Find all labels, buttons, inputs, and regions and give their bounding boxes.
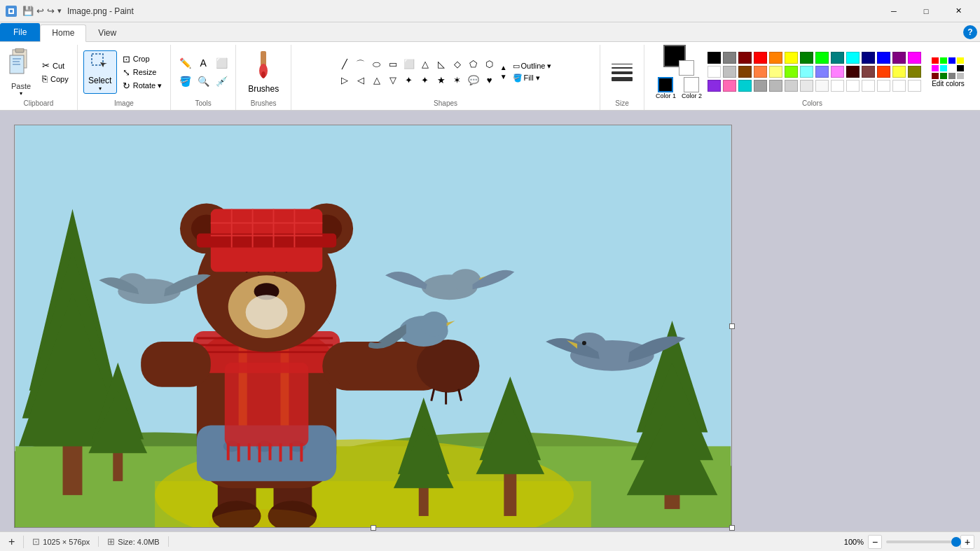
- text-tool[interactable]: A: [195, 55, 212, 71]
- cut-button[interactable]: ✂ Cut: [39, 60, 71, 71]
- color1-selector[interactable]: Color 1: [656, 77, 676, 99]
- shapes-scroll-down[interactable]: ▼: [500, 73, 507, 81]
- palette-color[interactable]: [815, 66, 829, 78]
- rotate-button[interactable]: ↻ Rotate ▾: [120, 80, 165, 92]
- right-triangle-shape[interactable]: ◺: [434, 57, 449, 72]
- redo-icon[interactable]: ↪: [47, 6, 55, 16]
- palette-color[interactable]: [846, 66, 860, 78]
- magnifier-tool[interactable]: 🔍: [195, 73, 212, 90]
- up-arrow-shape[interactable]: △: [369, 73, 385, 88]
- palette-color[interactable]: [862, 80, 875, 92]
- rect-shape[interactable]: ▭: [385, 57, 401, 72]
- palette-color[interactable]: [800, 52, 813, 64]
- size-line-1[interactable]: [612, 64, 633, 64]
- edit-colors-button[interactable]: Edit colors: [927, 56, 969, 89]
- oval-shape[interactable]: ⬭: [369, 57, 385, 72]
- rounded-rect-shape[interactable]: ⬜: [401, 57, 417, 72]
- pentagon-shape[interactable]: ⬠: [466, 57, 481, 72]
- color-picker-tool[interactable]: 💉: [213, 73, 230, 90]
- right-arrow-shape[interactable]: ▷: [337, 73, 352, 88]
- star6-shape[interactable]: ✶: [450, 73, 465, 88]
- select-button[interactable]: Select ▾: [83, 50, 117, 94]
- palette-color[interactable]: [769, 80, 782, 92]
- help-button[interactable]: ?: [963, 25, 977, 39]
- palette-color[interactable]: [785, 52, 798, 64]
- palette-color[interactable]: [877, 80, 890, 92]
- tab-file[interactable]: File: [0, 23, 40, 41]
- diamond-shape[interactable]: ◇: [450, 57, 465, 72]
- palette-color[interactable]: [769, 52, 782, 64]
- palette-color[interactable]: [738, 52, 752, 64]
- eraser-tool[interactable]: ⬜: [213, 55, 230, 71]
- crop-button[interactable]: ⊡ Crop: [120, 53, 165, 65]
- palette-color[interactable]: [908, 80, 921, 92]
- palette-color[interactable]: [754, 80, 767, 92]
- palette-color[interactable]: [738, 80, 752, 92]
- brushes-button[interactable]: Brushes: [242, 49, 285, 96]
- palette-color[interactable]: [800, 80, 813, 92]
- palette-color[interactable]: [815, 80, 829, 92]
- zoom-slider[interactable]: [886, 540, 956, 543]
- color2-selector[interactable]: Color 2: [682, 77, 702, 99]
- palette-color[interactable]: [708, 52, 721, 64]
- fill-tool[interactable]: 🪣: [177, 73, 193, 90]
- palette-color[interactable]: [831, 52, 844, 64]
- palette-color[interactable]: [815, 52, 829, 64]
- palette-color[interactable]: [877, 52, 890, 64]
- palette-color[interactable]: [723, 52, 736, 64]
- palette-color[interactable]: [862, 66, 875, 78]
- paste-button[interactable]: Paste ▾: [6, 47, 36, 98]
- save-icon[interactable]: 💾: [22, 6, 34, 16]
- four-arrow-shape[interactable]: ✦: [401, 73, 417, 88]
- palette-color[interactable]: [708, 80, 721, 92]
- down-arrow-shape[interactable]: ▽: [385, 73, 401, 88]
- resize-handle-bottom-middle[interactable]: [371, 525, 376, 531]
- outline-button[interactable]: ▭ Outline ▾: [510, 61, 555, 71]
- close-button[interactable]: ✕: [942, 0, 974, 22]
- palette-color[interactable]: [723, 66, 736, 78]
- palette-color[interactable]: [738, 66, 752, 78]
- palette-color[interactable]: [892, 80, 906, 92]
- color-boxes[interactable]: [663, 45, 694, 76]
- palette-color[interactable]: [754, 66, 767, 78]
- triangle-shape[interactable]: △: [417, 57, 433, 72]
- star5-shape[interactable]: ★: [434, 73, 449, 88]
- hexagon-shape[interactable]: ⬡: [482, 57, 497, 72]
- palette-color[interactable]: [785, 80, 798, 92]
- palette-color[interactable]: [831, 66, 844, 78]
- palette-color[interactable]: [769, 66, 782, 78]
- size-line-3[interactable]: [612, 71, 633, 74]
- palette-color[interactable]: [708, 66, 721, 78]
- shapes-scroll-up[interactable]: ▲: [500, 64, 507, 71]
- size-line-4[interactable]: [612, 77, 633, 81]
- curve-shape[interactable]: ⌒: [353, 57, 368, 72]
- zoom-out-button[interactable]: −: [868, 535, 882, 549]
- maximize-button[interactable]: □: [910, 0, 942, 22]
- palette-color[interactable]: [785, 66, 798, 78]
- palette-color[interactable]: [908, 52, 921, 64]
- zoom-in-button[interactable]: +: [960, 535, 974, 549]
- palette-color[interactable]: [723, 80, 736, 92]
- resize-handle-right[interactable]: [729, 323, 735, 329]
- palette-color[interactable]: [892, 66, 906, 78]
- resize-button[interactable]: ⤡ Resize: [120, 67, 165, 78]
- star4-shape[interactable]: ✦: [417, 73, 433, 88]
- palette-color[interactable]: [754, 52, 767, 64]
- left-arrow-shape[interactable]: ◁: [353, 73, 368, 88]
- palette-color[interactable]: [846, 80, 860, 92]
- resize-handle-bottom-right[interactable]: [729, 525, 735, 531]
- new-item-button[interactable]: +: [6, 536, 24, 548]
- palette-color[interactable]: [831, 80, 844, 92]
- heart-shape[interactable]: ♥: [482, 73, 497, 88]
- size-line-2[interactable]: [612, 67, 633, 69]
- copy-button[interactable]: ⎘ Copy: [39, 73, 71, 85]
- pencil-tool[interactable]: ✏️: [177, 55, 193, 71]
- tab-view[interactable]: View: [86, 25, 128, 41]
- palette-color[interactable]: [846, 52, 860, 64]
- fill-button[interactable]: 🪣 Fill ▾: [510, 73, 555, 83]
- palette-color[interactable]: [908, 66, 921, 78]
- tab-home[interactable]: Home: [40, 25, 86, 42]
- customize-icon[interactable]: ▾: [57, 6, 62, 15]
- line-shape[interactable]: ╱: [337, 57, 352, 72]
- canvas-scroll[interactable]: [0, 111, 980, 531]
